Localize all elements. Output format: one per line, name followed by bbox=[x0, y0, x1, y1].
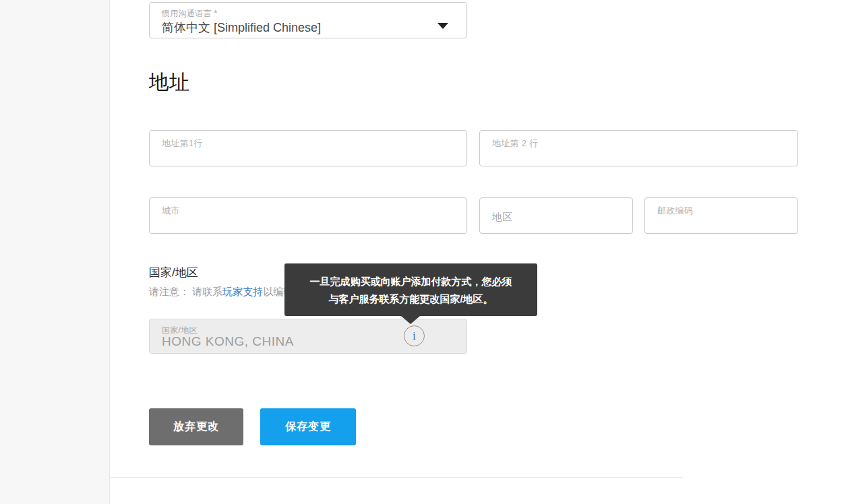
address-line2-input[interactable] bbox=[491, 147, 787, 163]
city-field[interactable]: 城市 bbox=[149, 197, 467, 234]
country-note-prefix: 请注意： 请联系 bbox=[149, 286, 222, 297]
language-select-label: 惯用沟通语言 * bbox=[162, 8, 217, 20]
save-changes-button[interactable]: 保存变更 bbox=[260, 408, 356, 445]
left-sidebar bbox=[0, 0, 110, 504]
country-note: 请注意： 请联系玩家支持以编辑 bbox=[149, 286, 293, 298]
city-input[interactable] bbox=[160, 214, 456, 230]
tooltip-line1: 一旦完成购买或向账户添加付款方式，您必须 bbox=[284, 273, 537, 290]
region-field[interactable]: 地区 bbox=[479, 197, 633, 234]
address-line1-field[interactable]: 地址第1行 bbox=[149, 130, 467, 166]
language-select[interactable]: 惯用沟通语言 * 简体中文 [Simplified Chinese] bbox=[149, 2, 467, 38]
address-line2-field[interactable]: 地址第 2 行 bbox=[479, 130, 798, 166]
address-section-heading: 地址 bbox=[149, 69, 189, 96]
chevron-down-icon bbox=[437, 23, 448, 29]
tooltip-caret-icon bbox=[401, 316, 420, 324]
postal-code-field[interactable]: 邮政编码 bbox=[644, 197, 798, 234]
language-select-value: 简体中文 [Simplified Chinese] bbox=[162, 20, 321, 36]
postal-code-input[interactable] bbox=[656, 214, 787, 230]
address-line1-input[interactable] bbox=[160, 147, 456, 163]
country-field-value: HONG KONG, CHINA bbox=[162, 334, 294, 349]
country-section-label: 国家/地区 bbox=[149, 265, 198, 280]
discard-changes-button[interactable]: 放弃更改 bbox=[149, 408, 243, 445]
country-change-tooltip: 一旦完成购买或向账户添加付款方式，您必须 与客户服务联系方能更改国家/地区。 bbox=[284, 263, 537, 316]
player-support-link[interactable]: 玩家支持 bbox=[222, 286, 263, 297]
info-icon[interactable]: i bbox=[404, 325, 425, 346]
tooltip-line2: 与客户服务联系方能更改国家/地区。 bbox=[284, 290, 537, 308]
account-settings-page: 惯用沟通语言 * 简体中文 [Simplified Chinese] 地址 地址… bbox=[0, 0, 846, 504]
section-divider bbox=[111, 477, 683, 478]
region-input[interactable] bbox=[491, 214, 622, 230]
